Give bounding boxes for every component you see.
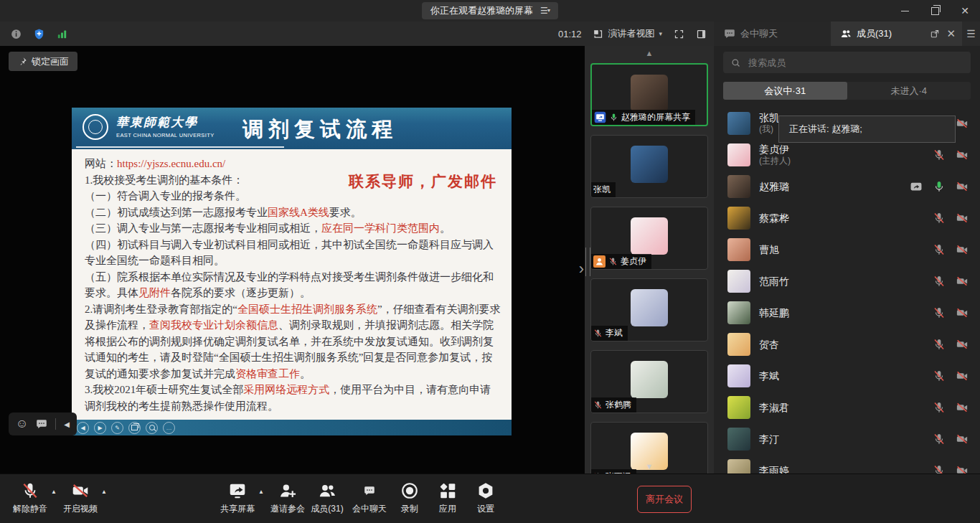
collapse-left-icon[interactable]: ◀ — [64, 420, 70, 428]
members-icon — [840, 28, 852, 39]
member-row[interactable]: 韩延鹏 — [714, 297, 980, 329]
slide-line: （四）初试科目与调入专业初试科目相同或相近，其中初试全国统一命题科目应与调入专业… — [85, 237, 501, 269]
view-mode-selector[interactable]: 演讲者视图 ▾ — [593, 27, 662, 40]
collapse-strip-chevron[interactable]: › — [579, 261, 584, 277]
slide-nav-slides-icon[interactable] — [128, 422, 141, 434]
minimize-button[interactable] — [890, 0, 920, 22]
speaking-tooltip: 正在讲话: 赵雅璐; — [778, 116, 956, 143]
slide-line: 3.我校2021年硕士研究生复试全部采用网络远程方式，使用平台为中目，请有意向申… — [85, 382, 501, 414]
toolbar-settings-button[interactable]: 设置 — [461, 474, 511, 515]
video-thumbnail-strip: ▲ 赵雅璐的屏幕共享 张凯 姜贞伊 李斌 张鹤腾 张雨涵 ▼ — [585, 46, 714, 473]
toolbar-label: 成员(31) — [311, 503, 343, 515]
member-name: 曹旭 — [759, 244, 779, 256]
member-search[interactable] — [723, 52, 971, 73]
member-row[interactable]: 范雨竹 — [714, 265, 980, 297]
toolbar-cam-off-big-button[interactable]: 开启视频 ▲ — [55, 474, 105, 515]
university-logo-icon — [83, 114, 108, 140]
chat-bubble-icon[interactable] — [36, 418, 47, 430]
toolbar-share-screen-button[interactable]: 共享屏幕 ▲ — [212, 474, 263, 515]
banner-menu-icon[interactable]: ☰▾ — [540, 6, 550, 16]
slide-line: （三）调入专业与第一志愿报考专业相同或相近，应在同一学科门类范围内。 — [85, 220, 501, 237]
tab-members-panel[interactable]: 成员(31) ✕ — [831, 22, 962, 46]
strip-resize-handle[interactable] — [585, 248, 590, 276]
slide-nav-pen-icon[interactable]: ✎ — [111, 422, 123, 434]
emoji-icon[interactable]: ☺ — [16, 417, 28, 431]
pin-icon — [17, 57, 27, 67]
restore-button[interactable] — [920, 0, 950, 22]
scroll-up-icon[interactable]: ▲ — [646, 49, 654, 57]
video-tile[interactable]: 张凯 — [590, 135, 708, 198]
close-button[interactable]: ✕ — [950, 0, 980, 22]
search-icon — [730, 57, 741, 68]
mic-on-icon — [609, 113, 618, 122]
camera-off-icon — [955, 433, 969, 446]
camera-off-icon — [955, 180, 969, 193]
header-row: 01:12 演讲者视图 ▾ 会中聊天 成员(31) ✕ ☰ — [0, 22, 980, 46]
titlebar: 你正在观看赵雅璐的屏幕 ☰▾ ✕ — [0, 0, 980, 22]
meeting-timer: 01:12 — [558, 29, 582, 39]
toolbar-label: 会中聊天 — [352, 503, 387, 515]
scroll-down-icon[interactable]: ▼ — [646, 462, 654, 471]
tab-chat-panel[interactable]: 会中聊天 — [714, 22, 831, 46]
divider — [55, 418, 56, 430]
tile-name: 李斌 — [606, 327, 623, 339]
avatar — [727, 175, 750, 198]
tile-name: 张凯 — [593, 184, 611, 196]
mic-on-icon — [933, 180, 946, 193]
fullscreen-icon[interactable] — [674, 29, 684, 39]
member-name: 李汀 — [759, 433, 779, 446]
member-row[interactable]: 李汀 — [714, 423, 980, 455]
avatar — [631, 289, 668, 326]
member-row[interactable]: 贺杏 — [714, 329, 980, 360]
slide-nav-more-icon[interactable]: … — [163, 422, 175, 434]
caret-up-icon[interactable]: ▲ — [101, 489, 107, 495]
member-row[interactable]: 李淑君 — [714, 392, 980, 423]
members-icon — [318, 481, 336, 500]
member-row[interactable]: 蔡霖桦 — [714, 202, 980, 234]
mic-off-icon — [933, 369, 946, 382]
view-mode-label: 演讲者视图 — [608, 27, 654, 40]
meeting-header: 01:12 演讲者视图 ▾ — [0, 22, 714, 46]
mic-off-icon — [933, 338, 946, 351]
slide-slogan: 联系导师，广发邮件 — [349, 174, 497, 190]
window-controls: ✕ — [890, 0, 980, 22]
mic-off-icon — [933, 243, 946, 256]
toolbar-mic-off-big-button[interactable]: 解除静音 ▲ — [5, 474, 55, 515]
close-panel-icon[interactable]: ✕ — [946, 27, 956, 40]
panel-menu-icon[interactable]: ☰ — [962, 22, 980, 46]
member-name: 赵雅璐 — [759, 181, 789, 193]
member-role: (我) — [759, 124, 779, 135]
member-row[interactable]: 姜贞伊 (主持人) — [714, 139, 980, 171]
avatar — [727, 301, 750, 324]
search-input[interactable] — [747, 57, 963, 69]
tab-not-joined[interactable]: 未进入·4 — [847, 82, 971, 100]
watching-banner[interactable]: 你正在观看赵雅璐的屏幕 ☰▾ — [422, 2, 558, 19]
slide-nav-zoom-icon[interactable] — [146, 422, 158, 434]
toolbar-label: 邀请参会 — [270, 503, 305, 515]
member-row[interactable]: 李雨婷 — [714, 455, 980, 473]
avatar — [727, 112, 750, 135]
member-row[interactable]: 曹旭 — [714, 234, 980, 265]
member-row[interactable]: 赵雅璐 — [714, 171, 980, 202]
shield-icon[interactable] — [33, 28, 45, 40]
leave-meeting-button[interactable]: 离开会议 — [637, 486, 692, 513]
tab-in-meeting[interactable]: 会议中·31 — [723, 82, 847, 100]
info-icon[interactable] — [10, 28, 22, 40]
camera-off-icon — [955, 401, 969, 414]
video-tile[interactable]: 李斌 — [590, 278, 708, 341]
lock-view-button[interactable]: 锁定画面 — [9, 52, 77, 71]
popout-icon[interactable] — [930, 29, 940, 39]
layout-icon — [593, 29, 603, 39]
signal-icon[interactable] — [56, 28, 68, 40]
member-row[interactable]: 李斌 — [714, 360, 980, 392]
member-list: 张凯 (我) 姜贞伊 (主持人) 赵雅璐 蔡霖桦 曹旭 — [714, 108, 980, 473]
slide-title: 调剂复试流程 — [242, 116, 397, 144]
avatar — [727, 396, 750, 419]
slide-nav-next-icon[interactable]: ▶ — [94, 422, 106, 434]
slide-nav-prev-icon[interactable]: ◀ — [77, 422, 89, 434]
video-tile[interactable]: 姜贞伊 — [590, 207, 708, 270]
video-tile[interactable]: 赵雅璐的屏幕共享 — [590, 63, 708, 126]
sidepanel-toggle-icon[interactable] — [696, 29, 707, 39]
camera-off-icon — [955, 306, 969, 319]
video-tile[interactable]: 张鹤腾 — [590, 350, 708, 413]
